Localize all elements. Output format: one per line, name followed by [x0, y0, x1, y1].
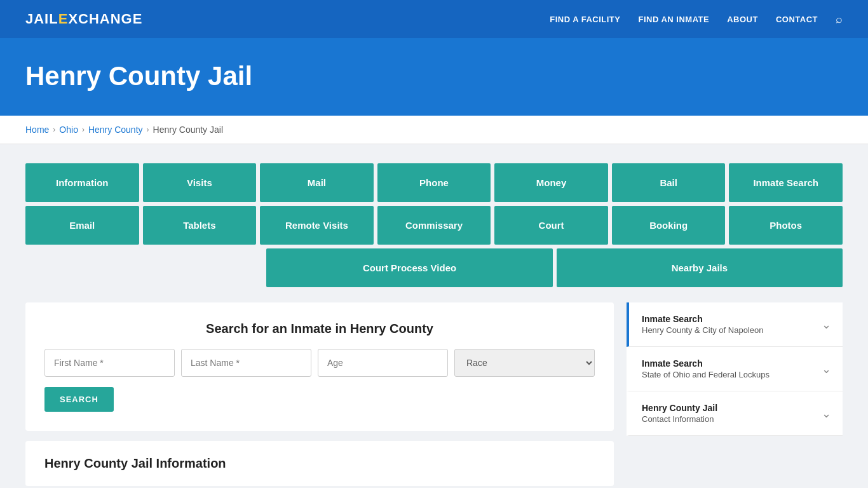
bottom-title: Henry County Jail Information	[44, 456, 595, 471]
breadcrumb-bar: Home › Ohio › Henry County › Henry Count…	[0, 116, 868, 144]
btn-court[interactable]: Court	[494, 206, 608, 245]
sidebar-item-title-2: Henry County Jail	[642, 403, 717, 413]
sidebar-item-text-1: Inmate Search State of Ohio and Federal …	[642, 358, 770, 379]
nav-about[interactable]: ABOUT	[727, 15, 758, 24]
breadcrumb-home[interactable]: Home	[25, 125, 49, 135]
breadcrumb-ohio[interactable]: Ohio	[59, 125, 78, 135]
search-title: Search for an Inmate in Henry County	[44, 322, 595, 336]
btn-booking[interactable]: Booking	[612, 206, 726, 245]
btn-inmate-search[interactable]: Inmate Search	[729, 163, 843, 202]
chevron-down-icon-2: ⌄	[822, 407, 831, 421]
sidebar: Inmate Search Henry County & City of Nap…	[627, 302, 843, 436]
btn-commissary[interactable]: Commissary	[377, 206, 491, 245]
search-card: Search for an Inmate in Henry County Rac…	[25, 302, 614, 431]
sidebar-item-2[interactable]: Henry County Jail Contact Information ⌄	[627, 391, 843, 436]
btn-remote-visits[interactable]: Remote Visits	[260, 206, 374, 245]
btn-mail[interactable]: Mail	[260, 163, 374, 202]
logo: JAILEXCHANGE	[25, 11, 142, 27]
button-grid-row2: Email Tablets Remote Visits Commissary C…	[25, 206, 843, 245]
btn-nearby-jails[interactable]: Nearby Jails	[557, 248, 843, 287]
btn-information[interactable]: Information	[25, 163, 139, 202]
breadcrumb-henry-county[interactable]: Henry County	[88, 125, 143, 135]
btn-phone[interactable]: Phone	[377, 163, 491, 202]
btn-photos[interactable]: Photos	[729, 206, 843, 245]
btn-visits[interactable]: Visits	[143, 163, 257, 202]
bottom-card: Henry County Jail Information	[25, 441, 614, 486]
left-column: Search for an Inmate in Henry County Rac…	[25, 302, 614, 486]
chevron-down-icon-1: ⌄	[822, 362, 831, 376]
breadcrumb-sep-2: ›	[82, 125, 85, 134]
age-input[interactable]	[318, 349, 448, 377]
sidebar-item-subtitle-1: State of Ohio and Federal Lockups	[642, 370, 770, 379]
sidebar-item-text-0: Inmate Search Henry County & City of Nap…	[642, 314, 763, 335]
sidebar-item-title-0: Inmate Search	[642, 314, 763, 324]
first-name-input[interactable]	[44, 349, 175, 377]
navbar: JAILEXCHANGE FIND A FACILITY FIND AN INM…	[0, 0, 868, 38]
btn-email[interactable]: Email	[25, 206, 139, 245]
sidebar-item-subtitle-0: Henry County & City of Napoleon	[642, 325, 763, 335]
btn-bail[interactable]: Bail	[612, 163, 726, 202]
btn-money[interactable]: Money	[494, 163, 608, 202]
chevron-down-icon-0: ⌄	[822, 318, 831, 332]
button-grid-row3: Court Process Video Nearby Jails	[25, 248, 843, 287]
button-grid-row1: Information Visits Mail Phone Money Bail…	[25, 163, 843, 202]
hero-banner: Henry County Jail	[0, 38, 868, 116]
search-form-row: Race White Black Hispanic Asian Other	[44, 349, 595, 377]
btn-court-process-video[interactable]: Court Process Video	[266, 248, 552, 287]
sidebar-item-subtitle-2: Contact Information	[642, 414, 717, 424]
btn-tablets[interactable]: Tablets	[143, 206, 257, 245]
sidebar-item-0[interactable]: Inmate Search Henry County & City of Nap…	[627, 302, 843, 347]
page-title: Henry County Jail	[25, 61, 843, 92]
breadcrumb: Home › Ohio › Henry County › Henry Count…	[25, 125, 843, 135]
main-content: Information Visits Mail Phone Money Bail…	[0, 144, 868, 488]
nav-find-facility[interactable]: FIND A FACILITY	[550, 15, 620, 24]
breadcrumb-sep-1: ›	[53, 125, 55, 134]
nav-contact[interactable]: CONTACT	[776, 15, 818, 24]
race-select[interactable]: Race White Black Hispanic Asian Other	[454, 349, 595, 377]
search-icon[interactable]: ⌕	[836, 13, 843, 26]
sidebar-item-text-2: Henry County Jail Contact Information	[642, 403, 717, 424]
last-name-input[interactable]	[181, 349, 311, 377]
nav-links: FIND A FACILITY FIND AN INMATE ABOUT CON…	[550, 13, 843, 26]
breadcrumb-sep-3: ›	[147, 125, 149, 134]
nav-find-inmate[interactable]: FIND AN INMATE	[638, 15, 709, 24]
sidebar-item-1[interactable]: Inmate Search State of Ohio and Federal …	[627, 347, 843, 391]
search-button[interactable]: SEARCH	[44, 387, 114, 412]
breadcrumb-current: Henry County Jail	[153, 125, 224, 135]
sidebar-item-title-1: Inmate Search	[642, 358, 770, 369]
two-col-layout: Search for an Inmate in Henry County Rac…	[25, 302, 843, 486]
